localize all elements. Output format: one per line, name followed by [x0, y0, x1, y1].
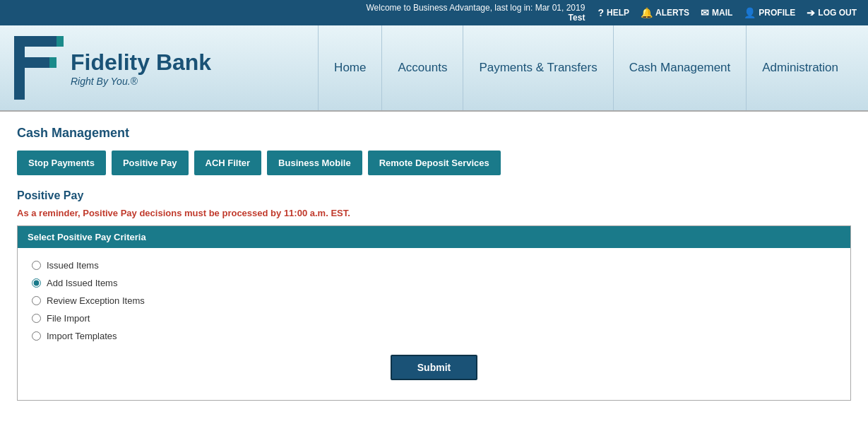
reminder-time: 11:00 a.m. — [284, 208, 328, 218]
criteria-header: Select Positive Pay Criteria — [18, 226, 850, 248]
mail-icon: ✉ — [701, 7, 709, 18]
positive-pay-button[interactable]: Positive Pay — [112, 151, 189, 175]
header: Fidelity Bank Right By You.® Home Accoun… — [0, 25, 868, 112]
nav-home[interactable]: Home — [318, 25, 381, 110]
svg-marker-2 — [49, 57, 57, 68]
radio-file-import[interactable] — [32, 314, 41, 323]
svg-marker-1 — [57, 36, 64, 47]
logout-label: LOG OUT — [818, 8, 857, 18]
submit-button[interactable]: Submit — [391, 355, 477, 380]
top-bar: Welcome to Business Advantage, last log … — [0, 0, 868, 25]
radio-review-exception-items[interactable] — [32, 296, 41, 305]
mail-button[interactable]: ✉ MAIL — [701, 7, 732, 18]
import-templates-label: Import Templates — [47, 331, 117, 341]
alerts-button[interactable]: 🔔 ALERTS — [641, 7, 689, 18]
bank-logo-icon — [14, 36, 64, 100]
option-import-templates[interactable]: Import Templates — [32, 327, 836, 345]
bank-name: Fidelity Bank — [71, 49, 211, 76]
welcome-text: Welcome to Business Advantage, last log … — [366, 3, 585, 13]
main-content: Cash Management Stop Payments Positive P… — [0, 112, 868, 415]
welcome-block: Welcome to Business Advantage, last log … — [366, 3, 585, 23]
reminder-text: As a reminder, Positive Pay decisions mu… — [17, 208, 851, 218]
option-issued-items[interactable]: Issued Items — [32, 257, 836, 274]
radio-add-issued-items[interactable] — [32, 278, 41, 288]
business-mobile-button[interactable]: Business Mobile — [267, 151, 362, 175]
mail-label: MAIL — [712, 8, 732, 18]
reminder-suffix: EST. — [328, 208, 350, 218]
option-file-import[interactable]: File Import — [32, 310, 836, 327]
criteria-body: Issued Items Add Issued Items Review Exc… — [18, 248, 850, 400]
cash-management-title: Cash Management — [17, 126, 851, 141]
positive-pay-title: Positive Pay — [17, 189, 851, 202]
stop-payments-button[interactable]: Stop Payments — [17, 151, 106, 175]
add-issued-items-label: Add Issued Items — [47, 278, 117, 288]
help-label: HELP — [607, 8, 629, 18]
nav-payments-transfers[interactable]: Payments & Transfers — [463, 25, 612, 110]
nav-accounts[interactable]: Accounts — [381, 25, 463, 110]
option-review-exception-items[interactable]: Review Exception Items — [32, 292, 836, 310]
review-exception-label: Review Exception Items — [47, 295, 145, 306]
radio-import-templates[interactable] — [32, 331, 41, 341]
reminder-prefix: As a reminder, Positive Pay decisions mu… — [17, 208, 284, 218]
file-import-label: File Import — [47, 313, 90, 324]
ach-filter-button[interactable]: ACH Filter — [194, 151, 262, 175]
logout-icon: ➔ — [807, 7, 815, 18]
logout-button[interactable]: ➔ LOG OUT — [807, 7, 857, 18]
remote-deposit-button[interactable]: Remote Deposit Services — [368, 151, 501, 175]
nav-cash-management[interactable]: Cash Management — [613, 25, 747, 110]
main-nav: Home Accounts Payments & Transfers Cash … — [318, 25, 854, 110]
logo-area: Fidelity Bank Right By You.® — [14, 36, 240, 100]
criteria-box: Select Positive Pay Criteria Issued Item… — [17, 225, 851, 401]
issued-items-label: Issued Items — [47, 260, 99, 271]
radio-issued-items[interactable] — [32, 261, 41, 270]
profile-button[interactable]: 👤 PROFILE — [744, 7, 795, 18]
alerts-label: ALERTS — [655, 8, 689, 18]
profile-label: PROFILE — [759, 8, 795, 18]
nav-administration[interactable]: Administration — [746, 25, 854, 110]
help-button[interactable]: ? HELP — [598, 7, 629, 18]
submit-area: Submit — [32, 345, 836, 386]
username: Test — [569, 13, 585, 23]
bank-tagline: Right By You.® — [71, 76, 211, 87]
profile-icon: 👤 — [744, 7, 756, 18]
bell-icon: 🔔 — [641, 7, 653, 18]
logo-text: Fidelity Bank Right By You.® — [71, 49, 211, 87]
top-bar-actions: ? HELP 🔔 ALERTS ✉ MAIL 👤 PROFILE ➔ LOG O… — [598, 7, 857, 18]
help-icon: ? — [598, 7, 604, 18]
cash-management-buttons: Stop Payments Positive Pay ACH Filter Bu… — [17, 151, 851, 175]
option-add-issued-items[interactable]: Add Issued Items — [32, 274, 836, 292]
